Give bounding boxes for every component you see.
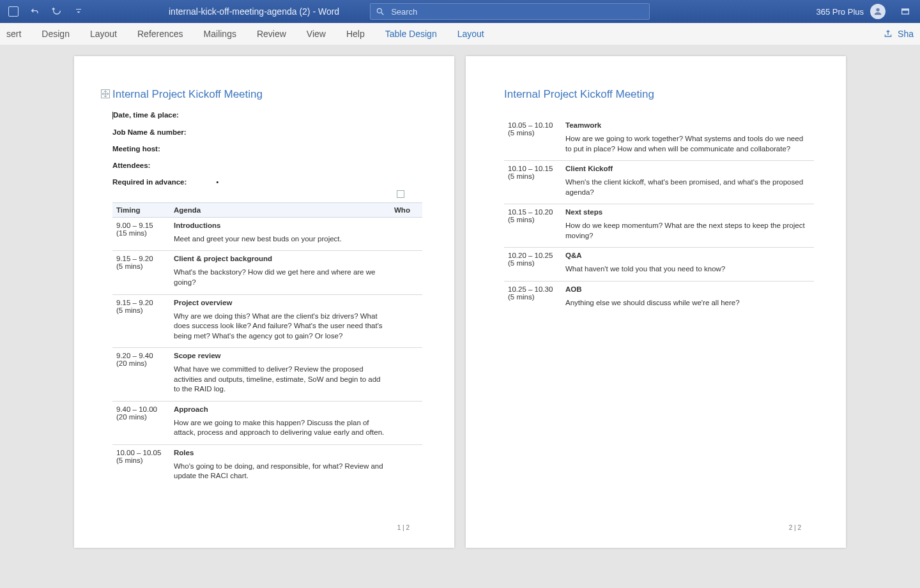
cell-agenda[interactable]: TeamworkHow are we going to work togethe… bbox=[562, 117, 814, 161]
ribbon-display-options-button[interactable] bbox=[897, 3, 914, 20]
table-row[interactable]: 9.40 – 10.00(20 mins)ApproachHow are we … bbox=[112, 401, 422, 444]
agenda-table[interactable]: Timing Agenda Who 9.00 – 9.15(15 mins)In… bbox=[112, 202, 422, 488]
document-title: internal-kick-off-meeting-agenda (2) - W… bbox=[92, 6, 339, 17]
svg-point-0 bbox=[377, 8, 381, 13]
undo-button[interactable] bbox=[27, 3, 43, 20]
col-agenda[interactable]: Agenda bbox=[170, 202, 390, 217]
cell-agenda[interactable]: Client KickoffWhen's the client kickoff,… bbox=[562, 161, 814, 204]
cell-who[interactable] bbox=[390, 251, 422, 294]
user-area: 365 Pro Plus bbox=[816, 3, 917, 20]
cell-agenda[interactable]: ApproachHow are we going to make this ha… bbox=[170, 401, 390, 444]
cell-timing[interactable]: 9.20 – 9.40(20 mins) bbox=[112, 348, 170, 402]
cell-timing[interactable]: 10.15 – 10.20(5 mins) bbox=[504, 204, 562, 248]
table-header-row: Timing Agenda Who bbox=[112, 202, 422, 217]
search-input[interactable] bbox=[390, 6, 644, 17]
chevron-down-icon bbox=[75, 8, 82, 15]
cell-timing[interactable]: 9.15 – 9.20(5 mins) bbox=[112, 294, 170, 348]
cell-agenda[interactable]: Q&AWhat haven't we told you that you nee… bbox=[562, 248, 814, 282]
table-row[interactable]: 10.20 – 10.25(5 mins)Q&AWhat haven't we … bbox=[504, 248, 814, 282]
table-row[interactable]: 9.15 – 9.20(5 mins)Client & project back… bbox=[112, 251, 422, 294]
meta-host[interactable]: Meeting host: bbox=[112, 145, 422, 153]
qat-customize-button[interactable] bbox=[70, 3, 87, 20]
tab-review[interactable]: Review bbox=[256, 25, 288, 43]
cell-timing[interactable]: 9.00 – 9.15(15 mins) bbox=[112, 217, 170, 251]
tab-help[interactable]: Help bbox=[345, 25, 366, 43]
table-row[interactable]: 10.05 – 10.10(5 mins)TeamworkHow are we … bbox=[504, 117, 814, 161]
cell-timing[interactable]: 10.05 – 10.10(5 mins) bbox=[504, 117, 562, 161]
cell-who[interactable] bbox=[390, 294, 422, 348]
cell-timing[interactable]: 10.25 – 10.30(5 mins) bbox=[504, 281, 562, 314]
tab-table-layout[interactable]: Layout bbox=[456, 25, 486, 43]
svg-rect-4 bbox=[902, 9, 909, 11]
svg-line-1 bbox=[381, 13, 384, 15]
title-bar: internal-kick-off-meeting-agenda (2) - W… bbox=[0, 0, 920, 23]
cell-agenda[interactable]: RolesWho's going to be doing, and respon… bbox=[170, 444, 390, 488]
cell-who[interactable] bbox=[390, 444, 422, 488]
person-icon bbox=[873, 6, 883, 17]
cell-who[interactable] bbox=[390, 217, 422, 251]
redo-icon bbox=[52, 6, 62, 17]
svg-point-2 bbox=[876, 8, 879, 11]
tab-table-design[interactable]: Table Design bbox=[384, 25, 438, 43]
tab-insert[interactable]: sert bbox=[5, 25, 22, 43]
tab-references[interactable]: References bbox=[136, 25, 185, 43]
table-row[interactable]: 10.25 – 10.30(5 mins)AOBAnything else we… bbox=[504, 281, 814, 314]
table-move-handle[interactable] bbox=[101, 89, 110, 98]
tab-mailings[interactable]: Mailings bbox=[203, 25, 238, 43]
agenda-table-continued[interactable]: 10.05 – 10.10(5 mins)TeamworkHow are we … bbox=[504, 117, 814, 314]
cell-timing[interactable]: 10.00 – 10.05(5 mins) bbox=[112, 444, 170, 488]
col-who[interactable]: Who bbox=[390, 202, 422, 217]
meta-fields[interactable]: Date, time & place: Job Name & number: M… bbox=[112, 111, 422, 186]
move-icon bbox=[102, 91, 109, 97]
undo-icon bbox=[30, 6, 40, 17]
share-icon bbox=[884, 29, 893, 38]
user-avatar[interactable] bbox=[870, 4, 885, 19]
redo-button[interactable] bbox=[49, 3, 65, 20]
meta-job[interactable]: Job Name & number: bbox=[112, 128, 422, 136]
cell-agenda[interactable]: Scope reviewWhat have we committed to de… bbox=[170, 348, 390, 402]
table-row[interactable]: 9.00 – 9.15(15 mins)IntroductionsMeet an… bbox=[112, 217, 422, 251]
table-row[interactable]: 10.15 – 10.20(5 mins)Next stepsHow do we… bbox=[504, 204, 814, 248]
page-number-1: 1 | 2 bbox=[397, 524, 410, 531]
cell-agenda[interactable]: Next stepsHow do we keep momentum? What … bbox=[562, 204, 814, 248]
table-row[interactable]: 9.15 – 9.20(5 mins)Project overviewWhy a… bbox=[112, 294, 422, 348]
page-title[interactable]: Internal Project Kickoff Meeting bbox=[112, 88, 422, 101]
cell-timing[interactable]: 9.15 – 9.20(5 mins) bbox=[112, 251, 170, 294]
cell-agenda[interactable]: Client & project backgroundWhat's the ba… bbox=[170, 251, 390, 294]
page-title[interactable]: Internal Project Kickoff Meeting bbox=[504, 88, 814, 101]
quick-access-toolbar bbox=[3, 3, 87, 20]
search-icon bbox=[376, 7, 385, 16]
tab-layout[interactable]: Layout bbox=[89, 25, 118, 43]
meta-date: Date, time & place: bbox=[112, 111, 422, 119]
meta-attendees[interactable]: Attendees: bbox=[112, 162, 422, 169]
tab-view[interactable]: View bbox=[305, 25, 327, 43]
cell-agenda[interactable]: IntroductionsMeet and greet your new bes… bbox=[170, 217, 390, 251]
tab-design[interactable]: Design bbox=[40, 25, 71, 43]
table-row[interactable]: 10.10 – 10.15(5 mins)Client KickoffWhen'… bbox=[504, 161, 814, 204]
ribbon-display-icon bbox=[900, 6, 910, 17]
cell-agenda[interactable]: Project overviewWhy are we doing this? W… bbox=[170, 294, 390, 348]
page-number-2: 2 | 2 bbox=[789, 524, 801, 531]
page-2[interactable]: Internal Project Kickoff Meeting 10.05 –… bbox=[466, 56, 846, 548]
cell-timing[interactable]: 9.40 – 10.00(20 mins) bbox=[112, 401, 170, 444]
cell-who[interactable] bbox=[390, 401, 422, 444]
table-row[interactable]: 10.00 – 10.05(5 mins)RolesWho's going to… bbox=[112, 444, 422, 488]
pages-container: Internal Project Kickoff Meeting Date, t… bbox=[0, 56, 920, 548]
ribbon-tabs: sert Design Layout References Mailings R… bbox=[0, 23, 920, 45]
autosave-icon bbox=[8, 6, 19, 17]
share-button[interactable]: Sha bbox=[896, 25, 915, 43]
autosave-toggle[interactable] bbox=[5, 3, 22, 20]
document-title-text: internal-kick-off-meeting-agenda (2) - W… bbox=[169, 6, 339, 17]
cell-timing[interactable]: 10.20 – 10.25(5 mins) bbox=[504, 248, 562, 282]
cell-agenda[interactable]: AOBAnything else we should discuss while… bbox=[562, 281, 814, 314]
search-box[interactable] bbox=[370, 3, 650, 20]
document-canvas[interactable]: Internal Project Kickoff Meeting Date, t… bbox=[0, 45, 920, 588]
meta-required[interactable]: Required in advance: bbox=[112, 178, 422, 186]
col-timing[interactable]: Timing bbox=[112, 202, 170, 217]
table-row[interactable]: 9.20 – 9.40(20 mins)Scope reviewWhat hav… bbox=[112, 348, 422, 402]
plan-label: 365 Pro Plus bbox=[816, 7, 864, 17]
page-1[interactable]: Internal Project Kickoff Meeting Date, t… bbox=[74, 56, 454, 548]
cell-timing[interactable]: 10.10 – 10.15(5 mins) bbox=[504, 161, 562, 204]
cell-who[interactable] bbox=[390, 348, 422, 402]
table-resize-handle[interactable] bbox=[397, 190, 404, 198]
